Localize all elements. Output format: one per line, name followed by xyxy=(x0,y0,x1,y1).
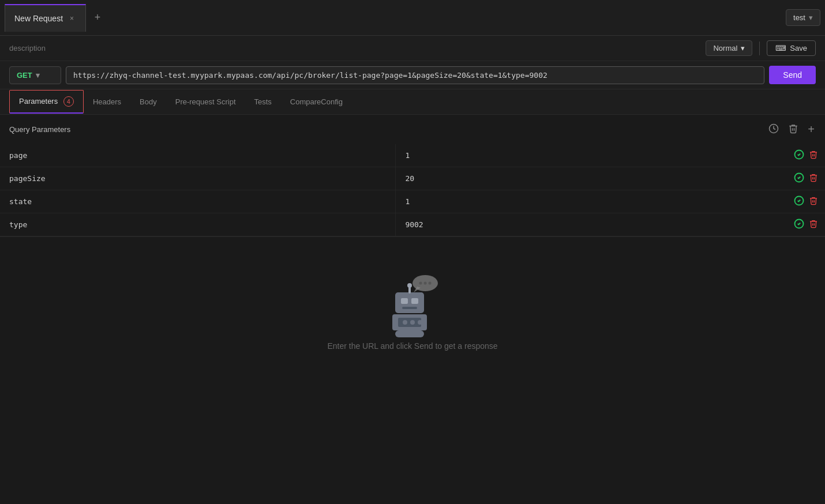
param-key-1: pageSize xyxy=(0,167,396,190)
param-value-0: 1 xyxy=(396,144,787,167)
svg-point-18 xyxy=(418,320,422,325)
param-value-2: 1 xyxy=(396,190,787,213)
workspace-chevron-icon: ▾ xyxy=(809,13,813,22)
svg-point-9 xyxy=(429,282,432,285)
svg-point-7 xyxy=(419,282,422,285)
tabs-navigation: Parameters 4 Headers Body Pre-request Sc… xyxy=(0,89,825,115)
params-section: Query Parameters + page xyxy=(0,115,825,236)
description-input[interactable] xyxy=(9,44,706,52)
save-button[interactable]: ⌨ Save xyxy=(767,40,816,56)
tab-headers[interactable]: Headers xyxy=(84,92,130,112)
response-empty-text: Enter the URL and click Send to get a re… xyxy=(327,341,497,351)
tab-pre-request-label: Pre-request Script xyxy=(175,97,236,106)
table-row: pageSize 20 xyxy=(0,167,825,190)
param-value-3: 9002 xyxy=(396,213,787,236)
add-param-icon[interactable]: + xyxy=(807,122,816,137)
param-delete-icon-2[interactable] xyxy=(809,196,818,207)
param-actions-2 xyxy=(787,195,825,208)
method-chevron-icon: ▾ xyxy=(36,71,40,80)
param-enable-icon-0[interactable] xyxy=(794,149,804,162)
tab-compare-config[interactable]: CompareConfig xyxy=(281,92,352,112)
svg-point-17 xyxy=(410,320,415,325)
tab-close-button[interactable]: × xyxy=(68,13,76,24)
table-row: state 1 xyxy=(0,190,825,213)
param-actions-0 xyxy=(787,149,825,162)
param-key-0: page xyxy=(0,144,396,167)
table-row: type 9002 xyxy=(0,213,825,236)
description-bar: Normal ▾ ⌨ Save xyxy=(0,36,825,61)
svg-point-16 xyxy=(403,320,407,325)
param-enable-icon-2[interactable] xyxy=(794,195,804,208)
save-label: Save xyxy=(790,44,807,52)
query-params-actions: + xyxy=(767,122,816,137)
description-actions: Normal ▾ ⌨ Save xyxy=(706,40,816,56)
param-value-1: 20 xyxy=(396,167,787,190)
tab-tests-label: Tests xyxy=(254,97,272,106)
param-enable-icon-1[interactable] xyxy=(794,172,804,185)
tab-bar: New Request × + test ▾ xyxy=(0,0,825,36)
query-params-header: Query Parameters + xyxy=(0,115,825,144)
method-selector[interactable]: GET ▾ xyxy=(9,66,61,84)
param-actions-3 xyxy=(787,219,825,231)
tab-tests[interactable]: Tests xyxy=(245,92,281,112)
tab-body-label: Body xyxy=(140,97,157,106)
param-enable-icon-3[interactable] xyxy=(794,219,804,231)
param-key-3: type xyxy=(0,213,396,236)
table-row: page 1 xyxy=(0,144,825,167)
save-icon: ⌨ xyxy=(775,44,786,52)
svg-rect-10 xyxy=(395,292,424,313)
param-actions-1 xyxy=(787,172,825,185)
url-input[interactable] xyxy=(66,66,764,84)
tab-parameters-label: Parameters xyxy=(19,97,58,106)
svg-rect-19 xyxy=(395,330,424,337)
delete-all-icon[interactable] xyxy=(787,122,800,137)
robot-svg xyxy=(378,270,447,340)
add-tab-button[interactable]: + xyxy=(88,9,107,27)
tab-pre-request-script[interactable]: Pre-request Script xyxy=(166,92,245,112)
tab-compare-config-label: CompareConfig xyxy=(290,97,343,106)
parameters-badge: 4 xyxy=(63,96,74,107)
param-rows: page 1 page xyxy=(0,144,825,236)
param-delete-icon-0[interactable] xyxy=(809,150,818,161)
query-params-title: Query Parameters xyxy=(9,125,70,134)
svg-rect-12 xyxy=(411,298,418,304)
workspace-name: test xyxy=(793,13,805,22)
normal-button[interactable]: Normal ▾ xyxy=(706,40,752,56)
svg-rect-11 xyxy=(401,298,408,304)
response-area: Enter the URL and click Send to get a re… xyxy=(0,237,825,384)
robot-illustration xyxy=(378,270,447,341)
normal-chevron-icon: ▾ xyxy=(741,44,745,52)
svg-point-8 xyxy=(424,282,427,285)
tab-body[interactable]: Body xyxy=(130,92,166,112)
send-button[interactable]: Send xyxy=(769,66,816,84)
param-key-2: state xyxy=(0,190,396,213)
param-delete-icon-1[interactable] xyxy=(809,173,818,184)
tab-headers-label: Headers xyxy=(93,97,121,106)
history-icon[interactable] xyxy=(767,122,780,137)
vertical-divider xyxy=(759,42,760,55)
svg-rect-13 xyxy=(402,307,417,309)
tab-new-request[interactable]: New Request × xyxy=(5,4,86,32)
workspace-selector[interactable]: test ▾ xyxy=(786,9,820,26)
param-delete-icon-3[interactable] xyxy=(809,219,818,230)
svg-point-21 xyxy=(407,283,412,288)
url-bar: GET ▾ Send xyxy=(0,61,825,89)
tab-parameters[interactable]: Parameters 4 xyxy=(9,90,84,114)
tab-title: New Request xyxy=(14,14,63,23)
normal-label: Normal xyxy=(713,44,737,52)
method-value: GET xyxy=(17,71,32,80)
